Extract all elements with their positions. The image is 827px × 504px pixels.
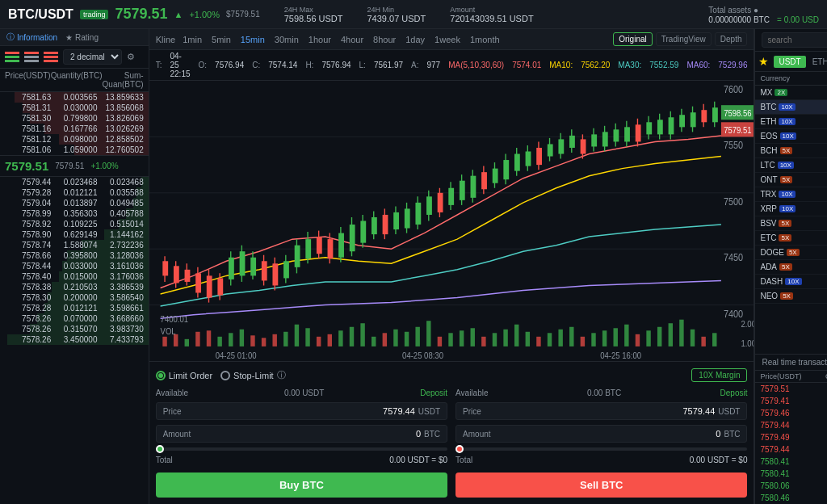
sell-button[interactable]: Sell BTC [455, 472, 747, 498]
list-item[interactable]: ADA 5X 0.043254 +0.37% [755, 260, 827, 275]
tab-eth[interactable]: ETH [808, 56, 827, 68]
view-original[interactable]: Original [613, 32, 652, 46]
table-row[interactable]: 7581.310.03000013.856068 [0, 103, 149, 113]
svg-rect-103 [679, 115, 685, 127]
svg-rect-125 [262, 338, 266, 346]
list-item[interactable]: DASH 10X 86.57 +5.89% [755, 275, 827, 289]
list-item[interactable]: ETH 10X 195.50 +4.27% [755, 115, 827, 129]
table-row[interactable]: 7581.630.00356513.859633 [0, 92, 149, 103]
tf-1day[interactable]: 1day [403, 34, 427, 45]
table-row[interactable]: 7578.920.1092250.515014 [0, 219, 149, 229]
list-item[interactable]: TRX 10X 0.014170 +1.05% [755, 187, 827, 202]
tf-1hour[interactable]: 1hour [306, 34, 334, 45]
ohlc-time-label: T: [156, 61, 162, 69]
list-item[interactable]: BSV 5X 197.815 +1.92% [755, 216, 827, 231]
tab-information[interactable]: ⓘ Information [6, 32, 57, 43]
tf-30min[interactable]: 30min [272, 34, 301, 45]
buy-slider[interactable] [156, 447, 447, 451]
svg-rect-132 [338, 330, 342, 346]
tf-5min[interactable]: 5min [209, 34, 233, 45]
list-item[interactable]: NEO 5X 8.5200 +5.31% [755, 289, 827, 304]
svg-text:04-25 16:00: 04-25 16:00 [600, 351, 641, 361]
ob-settings-icon[interactable]: ⚙ [127, 52, 135, 62]
ob-view-icon2[interactable] [24, 52, 39, 63]
table-row[interactable]: 7579.040.0138970.049485 [0, 198, 149, 208]
table-row[interactable]: 7578.440.0330003.161036 [0, 261, 149, 271]
tf-1week[interactable]: 1week [432, 34, 463, 45]
tf-8hour[interactable]: 8hour [371, 34, 398, 45]
table-row[interactable]: 7578.300.2000003.586540 [0, 292, 149, 303]
table-row[interactable]: 7579.440.0234680.023468 [0, 177, 149, 187]
stop-limit-radio[interactable]: Stop-Limit ⓘ [220, 369, 286, 381]
table-row[interactable]: 7578.263.4500007.433793 [0, 334, 149, 345]
table-row[interactable]: 7581.120.09800012.858502 [0, 134, 149, 145]
list-item[interactable]: DOGE 5X 0.0020985 +1.28% [755, 246, 827, 260]
stat-24h-max-label: 24H Max [284, 6, 313, 14]
sell-slider-thumb[interactable] [455, 445, 464, 453]
sell-amount-input[interactable]: Amount 0 BTC [455, 425, 747, 443]
sell-slider[interactable] [455, 447, 747, 451]
ob-col-qty: Quantity(BTC) [51, 71, 103, 89]
list-item[interactable]: BTC 10X 7579.44 +1.00% [755, 100, 827, 115]
currency-name-dash: DASH 10X [760, 277, 827, 286]
table-row[interactable]: 7579.280.0121210.035588 [0, 187, 149, 198]
search-bar: 🔍 ⚙ [755, 29, 827, 52]
table-row[interactable]: 7581.061.05900012.760502 [0, 145, 149, 155]
list-item[interactable]: BCH 5X 242.753 +2.29% [755, 144, 827, 158]
svg-rect-122 [229, 333, 233, 346]
ob-view-icon[interactable] [5, 52, 19, 63]
table-row[interactable]: 7578.280.0121213.598661 [0, 303, 149, 313]
buy-avail-label: Available [156, 388, 188, 397]
limit-order-radio-dot [156, 371, 166, 380]
buy-slider-thumb[interactable] [156, 445, 164, 453]
star-icon[interactable]: ★ [758, 55, 769, 68]
table-row[interactable]: 7578.260.3150703.983730 [0, 324, 149, 334]
list-item[interactable]: EOS 10X 2.7430 +1.73% [755, 129, 827, 144]
buy-amount-input[interactable]: Amount 0 BTC [156, 425, 447, 443]
sell-price-input[interactable]: Price 7579.44 USDT [455, 402, 747, 420]
sell-deposit-link[interactable]: Deposit [720, 388, 748, 397]
buy-deposit-link[interactable]: Deposit [420, 388, 447, 397]
list-item[interactable]: LTC 10X 45.09 +2.36% [755, 158, 827, 173]
sell-amount-value: 0 [495, 429, 720, 439]
buy-button[interactable]: Buy BTC [156, 472, 447, 498]
table-row[interactable]: 7578.400.0150003.176036 [0, 271, 149, 282]
list-item[interactable]: MX 2X 0.1089 +0.92% [755, 86, 827, 100]
table-row[interactable]: 7578.900.6291491.144162 [0, 229, 149, 240]
buy-price-input[interactable]: Price 7579.44 USDT [156, 402, 447, 420]
table-row[interactable]: 7578.260.0700003.668660 [0, 313, 149, 324]
view-depth[interactable]: Depth [715, 32, 748, 46]
search-input[interactable] [762, 32, 827, 48]
ma30-val: 7552.59 [649, 61, 678, 69]
list-item[interactable]: ONT 5X 0.4761 +5.37% [755, 173, 827, 187]
rt-row: 7579.440.03952123:23:19 [755, 419, 827, 431]
table-row[interactable]: 7578.741.5880742.732236 [0, 240, 149, 250]
tf-4hour[interactable]: 4hour [338, 34, 366, 45]
decimal-select[interactable]: 2 decimal 1 decimal 0 decimal [63, 49, 122, 65]
pair-info: BTC/USDT trading 7579.51 ▲ +1.00% $7579.… [8, 6, 260, 23]
tf-15min[interactable]: 15min [238, 34, 267, 45]
ohlc-o-label: O: [199, 61, 208, 69]
svg-rect-166 [712, 333, 716, 346]
list-item[interactable]: XRP 10X 0.19593 +1.15% [755, 202, 827, 216]
list-item[interactable]: ETC 5X 5.7804 +3.76% [755, 231, 827, 246]
table-row[interactable]: 7578.990.3563030.405788 [0, 208, 149, 219]
table-row[interactable]: 7581.160.16776613.026269 [0, 124, 149, 134]
svg-rect-155 [591, 333, 595, 346]
ob-view-icon3[interactable] [44, 52, 58, 63]
svg-rect-123 [239, 330, 243, 346]
table-row[interactable]: 7578.660.3958003.128036 [0, 250, 149, 261]
currency-name-ltc: LTC 10X [760, 161, 827, 170]
center-area: Kline 1min 5min 15min 30min 1hour 4hour … [149, 29, 755, 504]
tab-rating[interactable]: ★ Rating [65, 33, 99, 42]
limit-order-radio[interactable]: Limit Order [156, 371, 212, 380]
tf-1min[interactable]: 1min [180, 34, 204, 45]
tf-1month[interactable]: 1month [468, 34, 502, 45]
view-tradingview[interactable]: TradingView [656, 32, 712, 46]
ob-col-sum: Sum-Quan(BTC) [103, 71, 144, 89]
table-row[interactable]: 7581.300.79980013.826069 [0, 113, 149, 124]
tab-usdt[interactable]: USDT [774, 56, 805, 68]
margin-button[interactable]: 10X Margin [691, 368, 747, 382]
table-row[interactable]: 7578.380.2105033.386539 [0, 282, 149, 292]
sub-price: $7579.51 [226, 10, 260, 19]
